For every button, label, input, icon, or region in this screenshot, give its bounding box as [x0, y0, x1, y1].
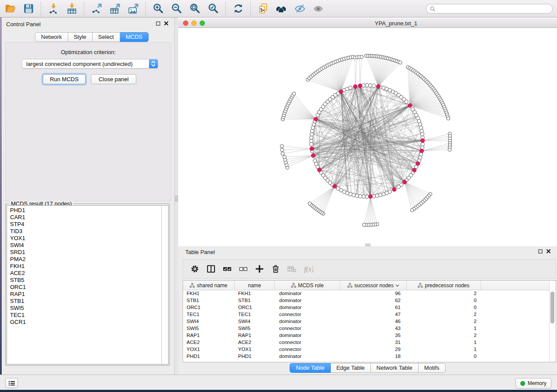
- zoom-in-button[interactable]: [149, 1, 167, 16]
- table-cell[interactable]: 1: [407, 339, 481, 346]
- tab-node-table[interactable]: Node Table: [290, 363, 331, 373]
- result-list-item[interactable]: ORC1: [7, 284, 162, 291]
- table-cell[interactable]: SWI5: [235, 325, 275, 332]
- search-box[interactable]: [426, 4, 553, 14]
- table-row[interactable]: ORC1ORC1dominator610: [183, 304, 550, 311]
- network-canvas[interactable]: [178, 28, 557, 244]
- result-list-item[interactable]: ACE2: [7, 270, 162, 277]
- table-cell[interactable]: 35: [340, 332, 407, 339]
- run-mcds-button[interactable]: Run MCDS: [43, 74, 86, 84]
- table-row[interactable]: RAP1RAP1dominator352: [183, 332, 550, 339]
- delete-column-button[interactable]: [267, 261, 284, 277]
- import-network-button[interactable]: [44, 1, 62, 16]
- table-cell[interactable]: 18: [340, 353, 407, 360]
- table-row[interactable]: TEC1TEC1connector472: [183, 311, 550, 318]
- hide-selected-button[interactable]: [291, 1, 309, 16]
- search-input[interactable]: [437, 5, 552, 13]
- table-cell[interactable]: ACE2: [183, 339, 235, 346]
- table-cell[interactable]: connector: [275, 311, 340, 318]
- result-list-item[interactable]: GCR1: [7, 319, 162, 326]
- result-list-item[interactable]: PMA2: [7, 256, 162, 263]
- table-row[interactable]: STB1STB1dominator620: [183, 297, 550, 304]
- table-cell[interactable]: PHD1: [235, 353, 275, 360]
- memory-button[interactable]: Memory: [515, 378, 551, 389]
- column-header-successor-nodes[interactable]: successor nodes: [340, 281, 407, 290]
- result-list-scrollbar[interactable]: [161, 206, 168, 364]
- result-list-item[interactable]: RAP1: [7, 291, 162, 298]
- table-cell[interactable]: 2: [407, 311, 481, 318]
- network-window-titlebar[interactable]: YPA_prune.txt_1: [178, 18, 557, 28]
- table-row[interactable]: SWI5SWI5connector431: [183, 325, 550, 332]
- table-cell[interactable]: dominator: [275, 332, 340, 339]
- open-button[interactable]: [1, 1, 19, 16]
- add-column-button[interactable]: [251, 261, 267, 277]
- result-list-item[interactable]: TEC1: [7, 312, 162, 319]
- splitter-handle[interactable]: [175, 196, 178, 202]
- tab-mcds[interactable]: MCDS: [120, 32, 149, 42]
- float-panel-icon[interactable]: [156, 21, 160, 26]
- table-row[interactable]: PHD1PHD1dominator180: [183, 353, 550, 360]
- float-table-panel-icon[interactable]: [538, 249, 543, 254]
- table-cell[interactable]: STB1: [183, 297, 235, 304]
- tab-network[interactable]: Network: [35, 32, 68, 42]
- zoom-out-button[interactable]: [167, 1, 186, 16]
- table-cell[interactable]: 47: [340, 311, 407, 318]
- result-list-item[interactable]: STB5: [7, 277, 162, 284]
- zoom-selected-button[interactable]: [204, 1, 222, 16]
- table-cell[interactable]: SWI5: [183, 325, 235, 332]
- zoom-fit-button[interactable]: [186, 1, 204, 16]
- result-list-item[interactable]: SRD1: [7, 249, 162, 256]
- table-cell[interactable]: 62: [340, 297, 407, 304]
- deselect-all-button[interactable]: [235, 261, 251, 277]
- table-cell[interactable]: YOX1: [183, 346, 235, 353]
- table-cell[interactable]: RAP1: [183, 332, 235, 339]
- export-image-button[interactable]: [124, 1, 142, 16]
- table-row[interactable]: YOX1YOX1connector291: [183, 346, 550, 353]
- table-cell[interactable]: dominator: [275, 297, 340, 304]
- table-cell[interactable]: ORC1: [183, 304, 235, 311]
- mcds-result-list[interactable]: PHD1CAR1STP4TID3YOX1SWI4SRD1PMA2FKH1ACE2…: [7, 205, 169, 364]
- result-list-item[interactable]: STB1: [7, 298, 162, 305]
- table-cell[interactable]: 96: [340, 290, 407, 297]
- column-header-predecessor-nodes[interactable]: predecessor nodes: [407, 281, 481, 290]
- table-cell[interactable]: RAP1: [235, 332, 275, 339]
- table-cell[interactable]: 2: [407, 318, 481, 325]
- vertical-splitter[interactable]: [175, 17, 178, 375]
- minimize-window-traffic-light[interactable]: [191, 21, 197, 26]
- table-cell[interactable]: connector: [275, 346, 340, 353]
- result-list-item[interactable]: STP4: [7, 221, 162, 228]
- table-cell[interactable]: 0: [407, 353, 481, 360]
- table-cell[interactable]: ORC1: [235, 304, 275, 311]
- result-list-item[interactable]: SWI4: [7, 242, 162, 249]
- table-cell[interactable]: 29: [340, 346, 407, 353]
- network-graph[interactable]: [178, 28, 557, 244]
- table-settings-button[interactable]: [187, 261, 203, 277]
- table-cell[interactable]: STB1: [235, 297, 275, 304]
- table-cell[interactable]: YOX1: [235, 346, 275, 353]
- table-row[interactable]: FKH1FKH1dominator962: [183, 290, 550, 297]
- tab-motifs[interactable]: Motifs: [419, 363, 446, 373]
- table-cell[interactable]: dominator: [275, 318, 340, 325]
- column-header-MCDS-role[interactable]: MCDS role: [275, 281, 340, 290]
- table-cell[interactable]: 0: [407, 304, 481, 311]
- table-cell[interactable]: connector: [275, 339, 340, 346]
- table-cell[interactable]: dominator: [275, 290, 340, 297]
- table-cell[interactable]: TEC1: [183, 311, 235, 318]
- close-table-panel-icon[interactable]: [546, 249, 551, 254]
- table-cell[interactable]: TEC1: [235, 311, 275, 318]
- table-cell[interactable]: SWI4: [183, 318, 235, 325]
- table-cell[interactable]: 46: [340, 318, 407, 325]
- save-button[interactable]: [19, 1, 38, 16]
- import-table-button[interactable]: [62, 1, 81, 16]
- export-table-button[interactable]: [106, 1, 124, 16]
- table-cell[interactable]: 2: [407, 290, 481, 297]
- table-scrollbar-thumb[interactable]: [550, 292, 554, 323]
- table-row[interactable]: SWI4SWI4dominator462: [183, 318, 550, 325]
- table-cell[interactable]: dominator: [275, 304, 340, 311]
- table-cell[interactable]: PHD1: [183, 353, 235, 360]
- duplicate-network-button[interactable]: [254, 1, 272, 16]
- close-window-traffic-light[interactable]: [183, 21, 188, 26]
- tab-style[interactable]: Style: [68, 32, 93, 42]
- result-list-item[interactable]: TID3: [7, 228, 162, 235]
- table-row[interactable]: ACE2ACE2connector311: [183, 339, 550, 346]
